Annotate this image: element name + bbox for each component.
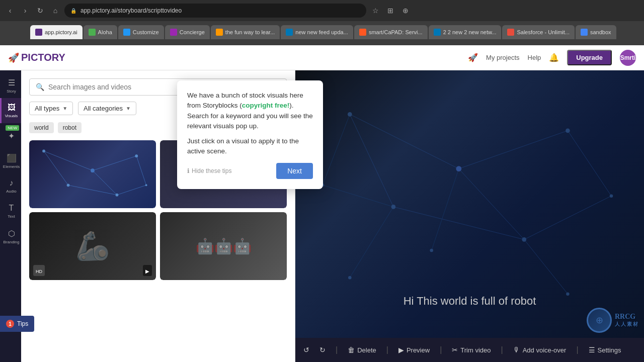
sidebar-item-elements[interactable]: ⬛ Elements xyxy=(0,148,21,173)
extension-button[interactable]: ⊕ xyxy=(399,5,412,17)
sidebar-label-text: Text xyxy=(8,214,15,219)
branding-icon: ⬡ xyxy=(8,229,15,238)
user-avatar[interactable]: Smrti xyxy=(620,50,636,66)
tab-label: Aloha xyxy=(98,29,112,35)
svg-line-14 xyxy=(459,131,568,169)
tips-fab[interactable]: 1 Tips xyxy=(0,316,34,332)
svg-line-13 xyxy=(350,114,459,168)
tab-aloha[interactable]: Aloha xyxy=(84,25,117,39)
divider-5: | xyxy=(576,345,578,354)
chevron-down-icon: ▼ xyxy=(126,106,131,111)
video-play-icon: ▶ xyxy=(145,268,149,274)
all-types-label: All types xyxy=(35,105,59,112)
delete-icon: 🗑 xyxy=(348,346,355,354)
tab-new2[interactable]: 2 2 new 2 new netw... xyxy=(429,25,502,39)
trim-button[interactable]: ✂ Trim video xyxy=(452,346,491,354)
media-thumb-3[interactable]: 🦾 ▶ HD xyxy=(29,212,156,280)
visuals-icon: 🖼 xyxy=(8,103,16,112)
story-icon: ☰ xyxy=(8,78,15,87)
svg-line-6 xyxy=(117,185,146,195)
bell-icon[interactable]: 🔔 xyxy=(549,53,559,62)
sidebar-item-new[interactable]: NEW ✦ xyxy=(0,123,21,148)
my-projects-link[interactable]: My projects xyxy=(486,54,519,61)
tab-label: smart/CaPAD: Servi... xyxy=(369,29,423,35)
svg-point-10 xyxy=(67,184,70,187)
tab-label: new new feed upda... xyxy=(295,29,348,35)
preview-button[interactable]: ▶ Preview xyxy=(398,346,430,354)
tab-fun[interactable]: the fun way to lear... xyxy=(211,25,280,39)
tab-salesforce[interactable]: Salesforce - Unlimit... xyxy=(502,25,575,39)
topbar-right: 🚀 My projects Help 🔔 Upgrade Smrti xyxy=(468,50,636,66)
star-button[interactable]: ☆ xyxy=(369,5,381,17)
bookmark-button[interactable]: ⊞ xyxy=(384,5,396,17)
tab-label: sandbox xyxy=(590,29,611,35)
svg-line-0 xyxy=(44,151,93,170)
sidebar-label-branding: Branding xyxy=(3,240,19,244)
forward-button[interactable]: › xyxy=(19,5,31,17)
watermark-text: RRCG 人人素材 xyxy=(615,313,639,327)
svg-line-21 xyxy=(323,114,350,185)
watermark-inner: ⊕ RRCG 人人素材 xyxy=(587,308,639,333)
hide-tips-label: Hide these tips xyxy=(192,167,231,174)
tag-robot[interactable]: robot xyxy=(58,122,82,133)
delete-button[interactable]: 🗑 Delete xyxy=(348,346,376,354)
tab-concierge[interactable]: Concierge xyxy=(165,25,210,39)
play-icon: ▶ xyxy=(398,346,404,354)
all-types-dropdown[interactable]: All types ▼ xyxy=(29,102,73,115)
watermark-logo-icon: ⊕ xyxy=(587,308,612,333)
svg-line-4 xyxy=(68,185,117,195)
copyright-link[interactable]: copyright free! xyxy=(242,102,290,109)
reload-button[interactable]: ↻ xyxy=(34,5,46,17)
back-button[interactable]: ‹ xyxy=(4,5,16,17)
chevron-down-icon: ▼ xyxy=(62,106,67,111)
sidebar-label-story: Story xyxy=(7,89,16,94)
next-button[interactable]: Next xyxy=(276,163,313,179)
app-logo: 🚀 PICTORY xyxy=(8,52,65,63)
all-categories-dropdown[interactable]: All categories ▼ xyxy=(78,102,136,115)
svg-line-5 xyxy=(136,156,146,185)
help-link[interactable]: Help xyxy=(528,54,541,61)
svg-line-19 xyxy=(524,196,611,240)
voiceover-button[interactable]: 🎙 Add voice-over xyxy=(513,346,567,354)
svg-line-16 xyxy=(350,114,393,207)
svg-line-24 xyxy=(432,169,459,250)
undo-button[interactable]: ↺ xyxy=(303,346,309,354)
tab-customize[interactable]: Customize xyxy=(118,25,164,39)
rocket-nav-icon[interactable]: 🚀 xyxy=(468,53,478,62)
video-caption: Hi This world is full of robot xyxy=(295,295,644,308)
divider-3: | xyxy=(440,345,442,354)
tab-feed[interactable]: new new feed upda... xyxy=(281,25,353,39)
media-thumb-4[interactable]: 🤖🤖🤖 xyxy=(160,212,287,280)
sidebar-item-text[interactable]: T Text xyxy=(0,199,21,224)
tab-sandbox[interactable]: sandbox xyxy=(576,25,616,39)
hide-tips-button[interactable]: ℹ Hide these tips xyxy=(187,167,231,174)
sidebar-item-branding[interactable]: ⬡ Branding xyxy=(0,224,21,249)
address-bar[interactable]: 🔒 app.pictory.ai/storyboard/scripttovide… xyxy=(64,4,366,18)
settings-button[interactable]: ☰ Settings xyxy=(589,346,621,354)
tag-world[interactable]: world xyxy=(29,122,54,133)
active-tab[interactable]: app.pictory.ai xyxy=(30,25,83,39)
sidebar-item-visuals[interactable]: 🖼 Visuals xyxy=(0,98,21,123)
trim-icon: ✂ xyxy=(452,346,458,354)
tab-capad[interactable]: smart/CaPAD: Servi... xyxy=(354,25,428,39)
redo-button[interactable]: ↻ xyxy=(319,346,326,354)
upgrade-button[interactable]: Upgrade xyxy=(567,50,612,65)
svg-line-18 xyxy=(568,131,611,196)
sidebar-item-audio[interactable]: ♪ Audio xyxy=(0,173,21,199)
divider-4: | xyxy=(501,345,503,354)
rocket-icon: 🚀 xyxy=(8,52,19,63)
main-area: 🔍 All types ▼ All categories ▼ world rob… xyxy=(21,70,644,362)
all-categories-label: All categories xyxy=(84,105,123,112)
element-icon: ⬛ xyxy=(7,153,17,163)
sidebar-label-elements: Elements xyxy=(3,164,20,169)
tab-label: 2 2 new 2 new netw... xyxy=(443,29,497,35)
video-area: Hi This world is full of robot ⊕ RRCG 人人… xyxy=(295,70,644,362)
video-preview: Hi This world is full of robot ⊕ RRCG 人人… xyxy=(295,70,644,338)
tooltip-text2: Just click on a visual to apply it to th… xyxy=(187,136,313,157)
sidebar-item-story[interactable]: ☰ Story xyxy=(0,73,21,98)
media-thumb-1[interactable] xyxy=(29,140,156,208)
logo-text: PICTORY xyxy=(21,52,65,63)
lock-icon: 🔒 xyxy=(70,8,76,14)
home-button[interactable]: ⌂ xyxy=(49,5,61,17)
preview-label: Preview xyxy=(407,346,430,354)
